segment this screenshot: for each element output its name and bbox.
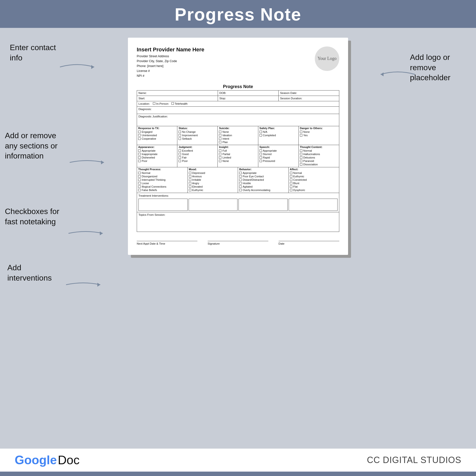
form-table: Name: DOB: Season Date: Start: Stop: Ses…	[137, 90, 339, 126]
svg-marker-4	[381, 72, 384, 76]
logo-placeholder: Your Logo	[315, 47, 339, 71]
arrow-enter-contact	[57, 60, 97, 74]
arrow-interventions	[64, 277, 103, 292]
document: Insert Provider Name Here Provider Stree…	[128, 38, 348, 255]
diagnosis-cell: Diagnosis:	[137, 107, 339, 114]
annotation-add-interventions: Add interventions	[7, 263, 66, 283]
safety-plan-cell: Safety Plan: N/A Completed	[258, 126, 299, 145]
provider-name: Insert Provider Name Here	[137, 47, 204, 53]
suicide-cell: Suicide: None Ideation Intent Plan	[218, 126, 258, 145]
arrow-logo	[378, 67, 417, 82]
judgment-cell: Judgment: Excellent Good Fair Poor	[177, 145, 218, 167]
cb-engaged: Engaged	[138, 130, 176, 133]
topics-row: Topics From Session:	[137, 212, 339, 232]
danger-others-cell: Danger to Others: None Yes	[299, 126, 339, 145]
behavior-cell: Behavior: Appropriate Poor Eye Contact D…	[238, 167, 289, 193]
google-doc-label: Google Doc	[15, 453, 80, 467]
status-cell: Status: No Change Improvement Setback	[177, 126, 218, 145]
cb-cooperative: Cooperative	[138, 137, 176, 140]
location-cell: Location: In-Person Telehealth	[137, 101, 339, 107]
int-box-4	[289, 199, 338, 211]
affect-cell: Affect: Normal Euthymic Constricted Blun…	[289, 167, 339, 193]
telehealth-checkbox[interactable]	[171, 102, 174, 105]
row-diagnosis: Diagnosis:	[137, 107, 339, 114]
cb-uninterested: Uninterested	[138, 134, 176, 137]
start-cell: Start:	[137, 96, 218, 101]
bottom-branding: Google Doc CC DIGITAL STUDIOS	[0, 449, 476, 472]
mood-cell: Mood: Depressed Anxious Irritable Angry …	[187, 167, 238, 193]
row-diag-just: Diagnostic Justification:	[137, 114, 339, 126]
row-time: Start: Stop: Session Duration:	[137, 96, 339, 101]
annotation-add-remove: Add or remove any sections or informatio…	[5, 131, 68, 161]
annotation-add-logo: Add logo or remove placeholder	[410, 52, 469, 83]
provider-info: Insert Provider Name Here Provider Stree…	[137, 47, 204, 78]
int-box-1	[138, 199, 187, 211]
svg-marker-0	[91, 65, 94, 69]
thought-process-cell: Thought Process: Normal Disorganized Int…	[137, 167, 187, 193]
stop-cell: Stop:	[218, 96, 278, 101]
diag-just-cell: Diagnostic Justification:	[137, 114, 339, 126]
interventions-boxes	[138, 199, 338, 211]
footer-bar: ✦ Instant Download ✦ A4 & US Letter	[0, 472, 476, 476]
interventions-row: Treatment Interventions:	[137, 193, 339, 212]
insight-cell: Insight: Full Partial Limited None	[218, 145, 258, 167]
form-title: Progress Note	[137, 84, 339, 89]
arrow-add-remove	[67, 155, 106, 170]
int-box-2	[188, 199, 238, 211]
provider-header: Insert Provider Name Here Provider Stree…	[137, 47, 339, 78]
annotation-enter-contact: Enter contact info	[10, 43, 64, 63]
name-cell: Name:	[137, 90, 218, 96]
int-box-3	[238, 199, 288, 211]
dob-cell: DOB:	[218, 90, 278, 96]
main-area: Enter contact info Add or remove any sec…	[0, 28, 476, 449]
svg-marker-3	[97, 283, 100, 287]
cc-digital-studios: CC DIGITAL STUDIOS	[367, 455, 461, 465]
section-row-1: Response to TX: Engaged Uninterested Coo…	[137, 126, 339, 145]
svg-marker-2	[100, 231, 103, 235]
annotation-checkboxes: Checkboxes for fast notetaking	[5, 206, 68, 227]
sig-next-appt: Next Appt Date & Time	[137, 237, 197, 245]
page-title: Progress Note	[0, 4, 476, 24]
row-location: Location: In-Person Telehealth	[137, 101, 339, 107]
section-row-2: Appearance: Appropriate Inappropriate Di…	[137, 145, 339, 167]
svg-marker-1	[101, 160, 104, 164]
document-wrapper: Insert Provider Name Here Provider Stree…	[128, 38, 348, 255]
duration-cell: Session Duration:	[278, 96, 339, 101]
section-row-3: Thought Process: Normal Disorganized Int…	[137, 167, 339, 193]
arrow-checkboxes	[66, 226, 105, 241]
row-name: Name: DOB: Season Date:	[137, 90, 339, 96]
sig-signature: Signature	[208, 237, 268, 245]
page-header: Progress Note	[0, 0, 476, 28]
signature-row: Next Appt Date & Time Signature Date	[137, 237, 339, 245]
response-tx-cell: Response to TX: Engaged Uninterested Coo…	[137, 126, 177, 145]
speech-cell: Speech: Appropriate Slurred Rapid Pressu…	[258, 145, 299, 167]
in-person-checkbox[interactable]	[153, 102, 155, 105]
appearance-cell: Appearance: Appropriate Inappropriate Di…	[137, 145, 177, 167]
provider-details: Provider Street Address Provider City, S…	[137, 54, 204, 78]
session-date-cell: Season Date:	[278, 90, 339, 96]
sig-date: Date	[279, 237, 339, 245]
thought-content-cell: Thought Content: Normal Hallucinations D…	[299, 145, 339, 167]
